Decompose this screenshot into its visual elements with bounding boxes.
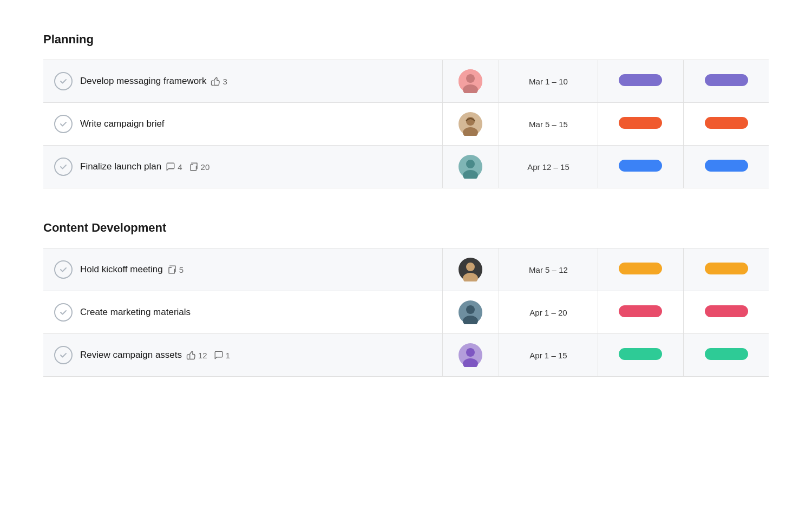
task-date: Mar 5 – 12	[499, 248, 598, 291]
content-development-table: Hold kickoff meeting 5	[43, 248, 769, 377]
table-row[interactable]: Write campaign brief Mar 5 – 15	[43, 103, 769, 146]
task-name: Hold kickoff meeting	[80, 264, 163, 275]
avatar	[459, 69, 482, 93]
bar-2	[705, 117, 748, 129]
task-date: Apr 12 – 15	[499, 146, 598, 188]
check-icon[interactable]	[54, 158, 73, 176]
bar-1	[619, 263, 662, 274]
table-row[interactable]: Create marketing materials Apr 1 – 20	[43, 291, 769, 334]
check-icon[interactable]	[54, 260, 73, 279]
table-row[interactable]: Develop messaging framework 3	[43, 60, 769, 103]
svg-point-16	[466, 348, 475, 357]
comment-count: 1	[214, 350, 230, 360]
svg-point-10	[466, 263, 475, 271]
task-date: Apr 1 – 20	[499, 291, 598, 334]
bar-2	[705, 74, 748, 86]
subtask-count: 20	[189, 162, 210, 172]
task-date: Mar 5 – 15	[499, 103, 598, 146]
task-name: Review campaign assets	[80, 350, 182, 361]
like-count: 3	[211, 76, 227, 86]
check-icon[interactable]	[54, 346, 73, 364]
content-development-section: Content Development Hold kickoff meeting	[43, 221, 769, 377]
check-icon[interactable]	[54, 303, 73, 322]
task-date: Mar 1 – 10	[499, 60, 598, 103]
bar-2	[705, 263, 748, 274]
bar-1	[619, 117, 662, 129]
planning-section: Planning Develop messaging framework	[43, 32, 769, 188]
task-name: Develop messaging framework	[80, 76, 206, 87]
check-icon[interactable]	[54, 115, 73, 133]
content-development-title: Content Development	[43, 221, 769, 235]
svg-point-13	[466, 305, 475, 314]
planning-title: Planning	[43, 32, 769, 47]
check-icon[interactable]	[54, 72, 73, 90]
comment-count: 4	[166, 162, 182, 172]
planning-table: Develop messaging framework 3	[43, 60, 769, 188]
avatar	[459, 258, 482, 281]
bar-1	[619, 305, 662, 317]
table-row[interactable]: Finalize launch plan 4 20	[43, 146, 769, 188]
avatar	[459, 155, 482, 179]
avatar	[459, 300, 482, 324]
bar-2	[705, 160, 748, 172]
task-name: Finalize launch plan	[80, 161, 161, 172]
bar-1	[619, 160, 662, 172]
table-row[interactable]: Hold kickoff meeting 5	[43, 248, 769, 291]
subtask-count: 5	[167, 265, 184, 274]
table-row[interactable]: Review campaign assets 12 1	[43, 334, 769, 377]
like-count: 12	[186, 350, 207, 360]
bar-2	[705, 305, 748, 317]
bar-1	[619, 348, 662, 360]
avatar	[459, 112, 482, 136]
task-date: Apr 1 – 15	[499, 334, 598, 377]
task-name: Create marketing materials	[80, 307, 191, 318]
bar-2	[705, 348, 748, 360]
bar-1	[619, 74, 662, 86]
task-name: Write campaign brief	[80, 119, 165, 129]
svg-point-7	[466, 160, 475, 168]
avatar	[459, 343, 482, 367]
svg-point-1	[466, 74, 475, 83]
